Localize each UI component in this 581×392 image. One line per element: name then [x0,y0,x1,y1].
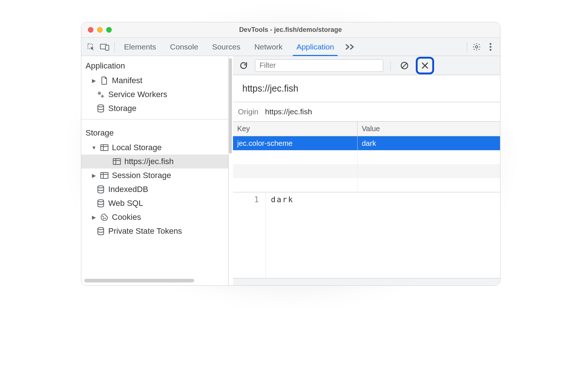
tab-elements[interactable]: Elements [118,38,163,56]
separator [114,42,115,52]
sidebar-item-websql[interactable]: Web SQL [81,196,228,210]
filter-input[interactable] [259,61,379,70]
database-icon [97,104,105,112]
viewer-value: dark [266,192,299,278]
table-row[interactable] [233,150,500,164]
inspect-element-icon[interactable] [84,40,97,53]
table-row[interactable] [233,164,500,178]
tab-application[interactable]: Application [290,38,341,56]
chevron-right-icon: ▶ [92,214,97,220]
window-zoom-button[interactable] [106,27,112,33]
clear-all-button[interactable] [398,59,411,72]
window-minimize-button[interactable] [97,27,103,33]
tab-sources[interactable]: Sources [206,38,247,56]
table-row[interactable] [233,178,500,192]
origin-row: Origin https://jec.fish [233,102,500,122]
storage-toolbar [233,56,500,75]
sidebar-item-label: https://jec.fish [125,157,174,166]
sidebar-item-manifest[interactable]: ▶ Manifest [81,74,228,88]
sidebar-item-label: Cookies [112,212,141,222]
tabs-overflow-button[interactable] [341,38,359,56]
svg-rect-11 [113,159,121,164]
database-icon [97,199,105,207]
svg-line-20 [402,63,407,68]
sidebar-item-storage[interactable]: Storage [81,101,228,115]
tab-network[interactable]: Network [248,38,289,56]
filter-input-wrapper [255,59,383,72]
application-sidebar: Application ▶ Manifest Se [81,56,229,285]
table-row[interactable]: jec.color-scheme dark [233,136,500,150]
svg-point-16 [103,218,104,219]
cell-key[interactable]: jec.color-scheme [233,136,358,150]
database-icon [97,227,105,235]
cell-key[interactable] [233,150,358,164]
chevron-right-icon: ▶ [92,78,97,84]
column-header-value[interactable]: Value [358,122,500,136]
viewer-line-number: 1 [233,192,266,278]
titlebar: DevTools - jec.fish/demo/storage [81,22,500,38]
sidebar-item-service-workers[interactable]: Service Workers [81,88,228,101]
sidebar-item-label: Web SQL [108,199,143,208]
column-header-key[interactable]: Key [233,122,358,136]
svg-point-9 [98,105,104,107]
chevron-down-icon: ▼ [92,145,97,151]
panel-footer [233,278,500,285]
settings-icon[interactable] [470,40,483,53]
sidebar-item-cookies[interactable]: ▶ Cookies [81,210,228,224]
device-toolbar-icon[interactable] [98,40,111,53]
separator [467,42,467,52]
sidebar-item-label: Private State Tokens [108,226,182,236]
database-icon [97,185,105,193]
delete-selected-button[interactable] [419,59,431,72]
sidebar-item-label: Service Workers [108,90,167,99]
origin-value: https://jec.fish [265,107,312,116]
cookie-icon [100,213,108,221]
storage-heading: https://jec.fish [233,75,500,102]
sidebar-group-application: Application [81,56,228,74]
svg-point-7 [99,93,100,94]
file-icon [100,77,108,85]
cell-key[interactable] [233,164,358,178]
sidebar-item-label: Manifest [112,76,143,85]
table-icon [100,171,108,180]
svg-point-18 [98,228,104,230]
sidebar-item-private-state-tokens[interactable]: Private State Tokens [81,224,228,238]
sidebar-group-storage: Storage [81,123,228,141]
svg-point-4 [489,43,491,45]
sidebar-horizontal-scrollbar[interactable] [84,279,225,285]
cell-value[interactable] [358,150,500,164]
more-options-icon[interactable] [484,40,497,53]
sidebar-item-session-storage[interactable]: ▶ Session Storage [81,169,228,182]
svg-point-8 [101,96,103,97]
tab-strip: Elements Console Sources Network Applica… [81,38,500,56]
refresh-button[interactable] [237,59,250,72]
sidebar-item-label: Session Storage [112,171,171,180]
storage-table: Key Value jec.color-scheme dark [233,122,500,192]
svg-point-15 [103,216,103,217]
sidebar-vertical-scrollbar[interactable] [228,56,233,285]
sidebar-item-indexeddb[interactable]: IndexedDB [81,182,228,196]
svg-point-14 [98,200,104,202]
svg-rect-10 [101,145,108,151]
devtools-window: DevTools - jec.fish/demo/storage Element… [81,22,500,286]
svg-point-3 [475,45,477,48]
svg-rect-12 [101,173,108,178]
separator [391,61,391,70]
sidebar-item-label: Storage [108,104,137,113]
cell-value[interactable]: dark [358,136,500,150]
sidebar-item-local-storage[interactable]: ▼ Local Storage [81,141,228,155]
tab-console[interactable]: Console [163,38,205,56]
delete-selected-highlight [416,57,434,74]
svg-point-17 [105,218,106,219]
cell-value[interactable] [358,178,500,192]
window-title: DevTools - jec.fish/demo/storage [81,26,500,34]
storage-panel: https://jec.fish Origin https://jec.fish… [233,56,500,285]
chevron-right-icon: ▶ [92,173,97,178]
cell-value[interactable] [358,164,500,178]
table-icon [113,158,121,166]
window-close-button[interactable] [88,27,93,33]
cell-key[interactable] [233,178,358,192]
svg-point-5 [489,46,491,48]
svg-point-6 [489,49,491,51]
sidebar-item-local-storage-origin[interactable]: https://jec.fish [81,155,228,169]
